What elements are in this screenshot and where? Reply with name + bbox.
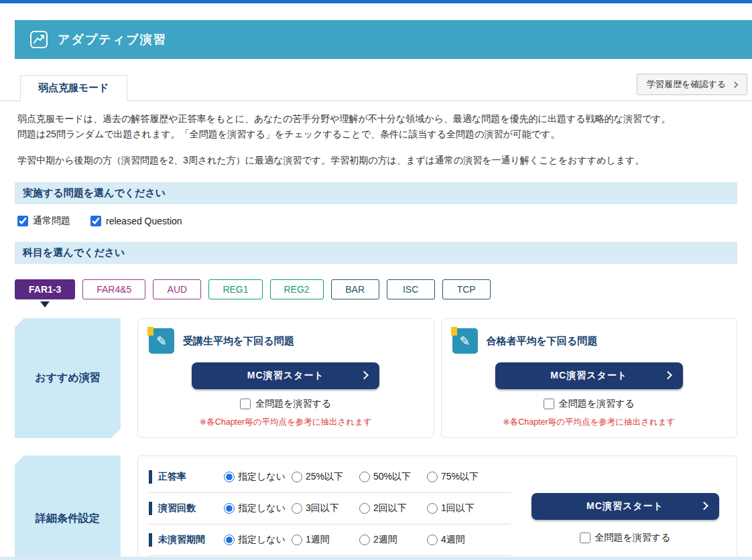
normal-questions-option[interactable]: 通常問題 bbox=[17, 215, 70, 227]
condition-label-unpracticed-period: 未演習期間 bbox=[149, 533, 224, 547]
correct-rate-option-50[interactable]: 50%以下 bbox=[359, 471, 427, 483]
unpracticed-radio-2week[interactable] bbox=[359, 535, 370, 545]
condition-row-practice-count: 演習回数 指定しない 3回以下 2回以下 1回 bbox=[149, 493, 511, 524]
all-questions-option-student[interactable]: 全問題を演習する bbox=[240, 398, 331, 410]
passer-average-card: ✎ 合格者平均を下回る問題 MC演習スタート 全問題を演習する ※各Chapte… bbox=[441, 318, 738, 438]
chevron-right-icon bbox=[732, 81, 739, 88]
all-questions-option-detail[interactable]: 全問題を演習する bbox=[580, 532, 671, 544]
unpracticed-option-2week[interactable]: 2週間 bbox=[359, 534, 427, 546]
released-question-option[interactable]: released Question bbox=[90, 215, 182, 227]
practice-count-option-none[interactable]: 指定しない bbox=[224, 502, 292, 514]
unpracticed-option-4week[interactable]: 4週間 bbox=[427, 534, 495, 546]
chart-icon bbox=[29, 30, 48, 49]
page-title: アダプティブ演習 bbox=[58, 31, 167, 48]
history-button-label: 学習履歴を確認する bbox=[647, 78, 726, 90]
detail-conditions-row: 詳細条件設定 正答率 指定しない 25%以下 50%以下 bbox=[15, 456, 737, 560]
tab-weakness-mode[interactable]: 弱点克服モード bbox=[20, 75, 127, 101]
subject-far4-5[interactable]: FAR4&5 bbox=[82, 279, 145, 299]
condition-row-unpracticed-period: 未演習期間 指定しない 1週間 2週間 4週間 bbox=[149, 524, 511, 556]
condition-label-correct-rate: 正答率 bbox=[149, 470, 224, 484]
row-label-recommended: おすすめ演習 bbox=[15, 318, 121, 438]
active-subject-pointer-icon bbox=[40, 301, 50, 307]
practice-count-option-3[interactable]: 3回以下 bbox=[292, 502, 359, 514]
student-average-card: ✎ 受講生平均を下回る問題 MC演習スタート 全問題を演習する ※各Chapte… bbox=[137, 318, 434, 438]
extraction-note-student: ※各Chapter毎の平均点を参考に抽出されます bbox=[149, 417, 423, 428]
recommended-practice-row: おすすめ演習 ✎ 受講生平均を下回る問題 MC演習スタート 全問題を演習す bbox=[15, 318, 737, 438]
tab-bar: 弱点克服モード 学習履歴を確認する bbox=[0, 74, 752, 101]
unpracticed-radio-none[interactable] bbox=[224, 535, 235, 545]
description-line-2: 問題は25問ランダムで出題されます。「全問題を演習する」をチェックすることで、条… bbox=[17, 127, 735, 141]
condition-row-correct-rate: 正答率 指定しない 25%以下 50%以下 7 bbox=[149, 462, 511, 493]
subject-isc[interactable]: ISC bbox=[387, 279, 435, 299]
correct-rate-option-75[interactable]: 75%以下 bbox=[427, 471, 495, 483]
correct-rate-radio-25[interactable] bbox=[292, 472, 302, 482]
all-questions-checkbox-student[interactable] bbox=[240, 399, 251, 409]
practice-count-option-2[interactable]: 2回以下 bbox=[359, 502, 427, 514]
condition-table: 正答率 指定しない 25%以下 50%以下 7 bbox=[149, 462, 511, 560]
subject-tcp[interactable]: TCP bbox=[442, 279, 491, 299]
subject-far1-3[interactable]: FAR1-3 bbox=[15, 279, 75, 299]
pencil-note-icon: ✎ bbox=[452, 328, 478, 354]
mc-start-button-detail[interactable]: MC演習スタート bbox=[531, 493, 719, 520]
row-label-detail-settings: 詳細条件設定 bbox=[15, 456, 121, 560]
detail-conditions-card: 正答率 指定しない 25%以下 50%以下 7 bbox=[137, 456, 737, 560]
subject-aud[interactable]: AUD bbox=[153, 279, 201, 299]
chevron-right-icon bbox=[700, 501, 708, 510]
card-title-student-average: 受講生平均を下回る問題 bbox=[183, 335, 294, 348]
all-questions-checkbox-detail[interactable] bbox=[580, 533, 590, 543]
unpracticed-radio-1week[interactable] bbox=[292, 535, 302, 545]
unpracticed-option-none[interactable]: 指定しない bbox=[224, 534, 292, 546]
released-question-label: released Question bbox=[106, 216, 182, 226]
learning-history-button[interactable]: 学習履歴を確認する bbox=[637, 74, 747, 95]
normal-questions-label: 通常問題 bbox=[33, 215, 70, 227]
bottom-section-edge bbox=[0, 557, 752, 560]
practice-count-radio-1[interactable] bbox=[427, 503, 438, 514]
mc-start-button-passer-average[interactable]: MC演習スタート bbox=[495, 362, 683, 389]
question-type-options: 通常問題 released Question bbox=[17, 215, 735, 227]
released-question-checkbox[interactable] bbox=[90, 216, 101, 226]
mc-start-button-student-average[interactable]: MC演習スタート bbox=[192, 362, 379, 389]
correct-rate-option-25[interactable]: 25%以下 bbox=[292, 471, 359, 483]
unpracticed-option-1week[interactable]: 1週間 bbox=[292, 534, 359, 546]
all-questions-checkbox-passer[interactable] bbox=[544, 399, 554, 409]
bookmark-icon bbox=[451, 327, 457, 336]
chevron-right-icon bbox=[664, 371, 672, 380]
correct-rate-radio-75[interactable] bbox=[427, 472, 438, 482]
chevron-right-icon bbox=[360, 371, 369, 380]
subject-section-heading: 科目を選んでください bbox=[15, 242, 737, 264]
pencil-note-icon: ✎ bbox=[149, 328, 174, 354]
correct-rate-radio-50[interactable] bbox=[359, 472, 370, 482]
detail-start-area: MC演習スタート 全問題を演習する bbox=[524, 462, 726, 560]
practice-count-option-1[interactable]: 1回以下 bbox=[427, 502, 495, 514]
bookmark-icon bbox=[147, 327, 153, 336]
condition-label-practice-count: 演習回数 bbox=[149, 502, 224, 515]
card-title-passer-average: 合格者平均を下回る問題 bbox=[487, 335, 598, 348]
tab-label: 弱点克服モード bbox=[38, 82, 109, 93]
correct-rate-radio-none[interactable] bbox=[224, 472, 235, 482]
normal-questions-checkbox[interactable] bbox=[17, 216, 28, 226]
mode-description: 弱点克服モードは、過去の解答履歴や正答率をもとに、あなたの苦手分野や理解が不十分… bbox=[17, 112, 735, 167]
subject-reg1[interactable]: REG1 bbox=[208, 279, 262, 299]
subject-bar[interactable]: BAR bbox=[331, 279, 379, 299]
top-accent-bar bbox=[0, 0, 752, 3]
practice-count-radio-3[interactable] bbox=[292, 503, 302, 514]
question-type-section-heading: 実施する問題を選んでください bbox=[15, 182, 737, 204]
description-line-1: 弱点克服モードは、過去の解答履歴や正答率をもとに、あなたの苦手分野や理解が不十分… bbox=[17, 112, 735, 126]
correct-rate-option-none[interactable]: 指定しない bbox=[224, 471, 292, 483]
all-questions-option-passer[interactable]: 全問題を演習する bbox=[544, 398, 635, 410]
practice-count-radio-none[interactable] bbox=[224, 503, 235, 514]
practice-count-radio-2[interactable] bbox=[359, 503, 370, 514]
subject-reg2[interactable]: REG2 bbox=[270, 279, 324, 299]
unpracticed-radio-4week[interactable] bbox=[427, 535, 438, 545]
page-header: アダプティブ演習 bbox=[15, 20, 752, 59]
extraction-note-passer: ※各Chapter毎の平均点を参考に抽出されます bbox=[452, 417, 727, 428]
subject-button-row: FAR1-3 FAR4&5 AUD REG1 REG2 BAR ISC TCP bbox=[15, 279, 737, 299]
description-line-3: 学習中期から後期の方（演習問題を2、3周された方）に最適な演習です。学習初期の方… bbox=[17, 153, 735, 167]
